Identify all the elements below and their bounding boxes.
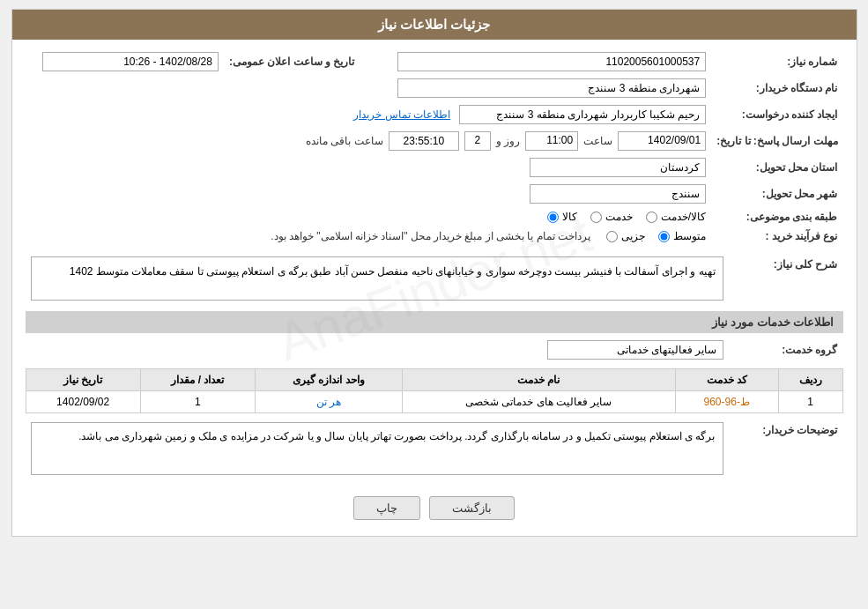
procurement-note: پرداخت تمام یا بخشی از مبلغ خریدار محل "…: [271, 230, 590, 242]
table-row: 1 ط-96-960 سایر فعالیت های خدماتی شخصی ه…: [26, 391, 842, 413]
contact-link[interactable]: اطلاعات تماس خریدار: [353, 108, 450, 121]
row-service-name: سایر فعالیت های خدماتی شخصی: [402, 391, 675, 413]
remaining-time: 23:55:10: [389, 131, 459, 151]
category-label: طبقه بندی موضوعی:: [711, 207, 842, 227]
service-group-value: سایر فعالیتهای خدماتی: [547, 340, 723, 360]
row-creator: ایجاد کننده درخواست: رحیم شکیبا کاربردار…: [26, 101, 843, 128]
procurement-row: متوسط جزیی پرداخت تمام یا بخشی از مبلغ خ…: [31, 230, 707, 242]
row-code: ط-96-960: [675, 391, 778, 413]
row-reply-deadline: مهلت ارسال پاسخ: تا تاریخ: 1402/09/01 سا…: [26, 128, 843, 154]
city-label: شهر محل تحویل:: [711, 181, 842, 207]
procurement-option-1: جزیی: [606, 230, 645, 242]
page-header: جزئیات اطلاعات نیاز: [12, 10, 857, 40]
buyer-desc-table: توضیحات خریدار: برگه ی استعلام پیوستی تک…: [26, 419, 843, 479]
services-header-row: ردیف کد خدمت نام خدمت واحد اندازه گیری ت…: [26, 369, 842, 391]
back-button[interactable]: بازگشت: [429, 496, 515, 520]
row-need-number: شماره نیاز: 1102005601000537 تاریخ و ساع…: [26, 48, 843, 75]
procurement-label: نوع فرآیند خرید :: [711, 227, 842, 246]
province-value: کردستان: [530, 158, 706, 177]
remaining-label: ساعت باقی مانده: [306, 135, 383, 147]
row-number: 1: [778, 391, 842, 413]
row-date: 1402/09/02: [26, 391, 140, 413]
service-group-label: گروه خدمت:: [729, 337, 843, 363]
announce-datetime-label: تاریخ و ساعت اعلان عمومی:: [224, 48, 372, 75]
description-row: شرح کلی نیاز: تهیه و اجرای آسفالت با فنی…: [26, 253, 843, 304]
procurement-option-2: متوسط: [658, 230, 706, 242]
buyer-desc-row: توضیحات خریدار: برگه ی استعلام پیوستی تک…: [26, 419, 843, 479]
services-section-title: اطلاعات خدمات مورد نیاز: [26, 311, 843, 333]
announce-datetime-value: 1402/08/28 - 10:26: [42, 52, 219, 71]
row-buyer-org: نام دستگاه خریدار: شهرداری منطقه 3 سنندج: [26, 75, 843, 101]
print-button[interactable]: چاپ: [353, 496, 420, 520]
description-label: شرح کلی نیاز:: [729, 253, 843, 304]
buyer-org-label: نام دستگاه خریدار:: [711, 75, 842, 101]
category-radio-group: کالا/خدمت خدمت کالا: [31, 211, 707, 223]
category-option-2: خدمت: [590, 211, 633, 223]
col-code: کد خدمت: [675, 369, 778, 391]
page-container: جزئیات اطلاعات نیاز AnaFinder.net شماره …: [11, 9, 857, 537]
procurement-radio-group: متوسط جزیی: [606, 230, 706, 242]
buyer-org-value: شهرداری منطقه 3 سنندج: [397, 78, 706, 98]
row-procurement: نوع فرآیند خرید : متوسط جزیی: [26, 227, 843, 246]
col-name: نام خدمت: [402, 369, 675, 391]
reply-deadline-label: مهلت ارسال پاسخ: تا تاریخ:: [711, 128, 842, 154]
services-table-header: ردیف کد خدمت نام خدمت واحد اندازه گیری ت…: [26, 369, 842, 391]
buyer-desc-text: برگه ی استعلام پیوستی تکمیل و در سامانه …: [31, 422, 723, 475]
col-unit: واحد اندازه گیری: [255, 369, 402, 391]
info-table: شماره نیاز: 1102005601000537 تاریخ و ساع…: [26, 48, 843, 246]
reply-days-label: روز و: [496, 135, 520, 147]
row-province: استان محل تحویل: کردستان: [26, 154, 843, 181]
reply-date: 1402/09/01: [618, 131, 706, 151]
row-unit: هر تن: [255, 391, 402, 413]
category-option-1-label: کالا: [562, 211, 577, 223]
description-table: شرح کلی نیاز: تهیه و اجرای آسفالت با فنی…: [26, 253, 843, 304]
content-area: AnaFinder.net شماره نیاز: 11020056010005…: [12, 40, 857, 536]
category-radio-1[interactable]: [547, 212, 559, 223]
category-option-2-label: خدمت: [605, 211, 633, 223]
service-group-row: گروه خدمت: سایر فعالیتهای خدماتی: [26, 337, 843, 363]
procurement-option-2-label: متوسط: [673, 230, 706, 242]
col-row: ردیف: [778, 369, 842, 391]
description-text: تهیه و اجرای آسفالت با فنیشر بیست دوچرخه…: [31, 256, 723, 301]
buttons-row: بازگشت چاپ: [26, 486, 843, 527]
page-title: جزئیات اطلاعات نیاز: [378, 17, 490, 32]
creator-label: ایجاد کننده درخواست:: [711, 101, 842, 128]
col-date: تاریخ نیاز: [26, 369, 140, 391]
procurement-radio-2[interactable]: [658, 231, 670, 242]
procurement-radio-1[interactable]: [606, 231, 618, 242]
need-number-value: 1102005601000537: [397, 52, 706, 71]
province-label: استان محل تحویل:: [711, 154, 842, 181]
reply-time-label: ساعت: [583, 135, 612, 147]
buyer-desc-label: توضیحات خریدار:: [729, 419, 843, 479]
row-city: شهر محل تحویل: سنندج: [26, 181, 843, 207]
city-value: سنندج: [530, 184, 706, 204]
services-table-body: 1 ط-96-960 سایر فعالیت های خدماتی شخصی ه…: [26, 391, 842, 413]
need-number-label: شماره نیاز:: [711, 48, 842, 75]
date-row: 1402/09/01 ساعت 11:00 روز و 2 23:55:10 س…: [31, 131, 707, 151]
procurement-option-1-label: جزیی: [621, 230, 645, 242]
reply-time: 11:00: [525, 131, 578, 151]
category-option-3: کالا/خدمت: [646, 211, 706, 223]
col-quantity: تعداد / مقدار: [140, 369, 255, 391]
row-quantity: 1: [140, 391, 255, 413]
category-radio-3[interactable]: [646, 212, 657, 223]
service-group-table: گروه خدمت: سایر فعالیتهای خدماتی: [26, 337, 843, 363]
category-option-3-label: کالا/خدمت: [661, 211, 706, 223]
row-category: طبقه بندی موضوعی: کالا/خدمت خدمت کالا: [26, 207, 843, 227]
category-option-1: کالا: [547, 211, 577, 223]
category-radio-2[interactable]: [590, 212, 602, 223]
services-data-table: ردیف کد خدمت نام خدمت واحد اندازه گیری ت…: [26, 368, 843, 413]
creator-value: رحیم شکیبا کاربردار شهرداری منطقه 3 سنند…: [459, 105, 706, 124]
reply-days: 2: [464, 131, 491, 151]
